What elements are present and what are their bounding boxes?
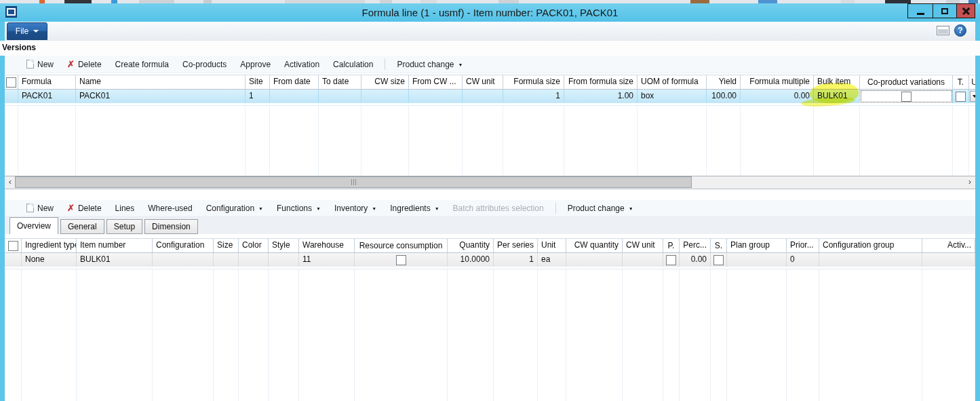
versions-column-header-formula-multiple[interactable]: Formula multiple (741, 75, 814, 89)
lines-cell-size[interactable] (214, 253, 239, 267)
versions-row[interactable]: PACK01PACK01111.00box100.000.00BULK01 (5, 90, 975, 103)
select-all-checkbox[interactable] (6, 77, 16, 88)
help-icon[interactable]: ? (954, 24, 966, 37)
lines-cell-style[interactable] (269, 253, 299, 267)
lines-cell-s[interactable] (711, 253, 727, 267)
lines-column-header-color[interactable]: Color (239, 239, 269, 252)
versions-cell-bulk-item[interactable]: BULK01 (814, 90, 860, 103)
versions-cell-from-formula-size[interactable]: 1.00 (564, 90, 638, 103)
lines-toolbar-new-button[interactable]: New (20, 202, 60, 214)
versions-toolbar-create-formula-button[interactable]: Create formula (109, 58, 176, 71)
versions-column-header-select[interactable] (5, 75, 18, 89)
lines-toolbar-product-change-button[interactable]: Product change▼ (561, 202, 640, 214)
versions-column-header-co-product-variations[interactable]: Co-product variations (860, 75, 953, 89)
lines-column-header-unit[interactable]: Unit (538, 239, 566, 252)
versions-column-header-u[interactable]: U (969, 75, 975, 89)
versions-cell-formula[interactable]: PACK01 (18, 90, 76, 103)
lines-cell-resource-consumption[interactable] (355, 253, 448, 267)
versions-column-header-from-date[interactable]: From date (270, 75, 319, 89)
lines-cell-ingredient-type[interactable]: None (22, 253, 77, 267)
lines-cell-p[interactable] (663, 253, 680, 267)
versions-toolbar-product-change-button[interactable]: Product change▼ (390, 58, 469, 71)
versions-column-header-bulk-item[interactable]: Bulk item (814, 75, 860, 89)
versions-column-header-from-formula-size[interactable]: From formula size (564, 75, 638, 89)
versions-cell-co-product-variations[interactable] (860, 90, 953, 103)
versions-cell-name[interactable]: PACK01 (76, 90, 246, 103)
lines-column-header-ingredient-type[interactable]: Ingredient type (22, 239, 77, 252)
lines-row[interactable]: NoneBULK011110.00001ea0.000 (5, 253, 975, 267)
versions-column-header-name[interactable]: Name (76, 75, 246, 89)
close-button[interactable] (956, 3, 975, 18)
lines-column-header-style[interactable]: Style (269, 239, 299, 252)
versions-column-header-formula-size[interactable]: Formula size (503, 75, 564, 89)
lines-cell-perc[interactable]: 0.00 (680, 253, 711, 267)
p-checkbox[interactable] (666, 255, 676, 265)
versions-cell-from-cw[interactable] (409, 90, 463, 103)
lines-column-header-configuration-group[interactable]: Configuration group (819, 239, 922, 252)
versions-column-header-yield[interactable]: Yield (707, 75, 741, 89)
versions-column-header-uom-of-formula[interactable]: UOM of formula (638, 75, 707, 89)
lines-toolbar-inventory-button[interactable]: Inventory▼ (328, 202, 383, 214)
versions-cell-yield[interactable]: 100.00 (707, 90, 741, 103)
versions-cell-t[interactable] (953, 90, 969, 103)
lines-column-header-warehouse[interactable]: Warehouse (299, 239, 355, 252)
t-checkbox[interactable] (956, 92, 966, 102)
versions-cell-formula-multiple[interactable]: 0.00 (741, 90, 814, 103)
lines-column-header-resource-consumption[interactable]: Resource consumption (355, 239, 448, 252)
lines-cell-warehouse[interactable]: 11 (299, 253, 355, 267)
versions-toolbar-delete-button[interactable]: ✗Delete (60, 58, 109, 71)
versions-column-header-from-cw[interactable]: From CW ... (409, 75, 463, 89)
lines-cell-prior[interactable]: 0 (787, 253, 819, 267)
resource-consumption-checkbox[interactable] (396, 255, 406, 265)
tab-dimension[interactable]: Dimension (144, 219, 198, 234)
versions-cell-select[interactable] (5, 90, 18, 103)
lines-column-header-s[interactable]: S. (711, 239, 727, 252)
scrollbar-thumb[interactable] (15, 176, 692, 188)
versions-toolbar-new-button[interactable]: New (20, 58, 60, 71)
versions-toolbar-activation-button[interactable]: Activation (277, 58, 326, 71)
minimize-button[interactable] (907, 3, 933, 18)
lines-cell-active[interactable] (922, 253, 975, 267)
lines-column-header-active[interactable]: Activ... (922, 239, 975, 252)
lines-column-header-configuration[interactable]: Configuration (153, 239, 214, 252)
lines-toolbar-where-used-button[interactable]: Where-used (141, 202, 199, 214)
lines-column-header-plan-group[interactable]: Plan group (727, 239, 787, 252)
versions-column-header-formula[interactable]: Formula (18, 75, 76, 89)
lines-cell-per-series[interactable]: 1 (494, 253, 538, 267)
lines-toolbar-configuration-button[interactable]: Configuration▼ (199, 202, 270, 214)
co-product-variations-checkbox[interactable] (901, 92, 912, 102)
versions-column-header-to-date[interactable]: To date (319, 75, 361, 89)
lines-cell-configuration-group[interactable] (819, 253, 922, 267)
s-checkbox[interactable] (713, 255, 724, 265)
scroll-right-button[interactable]: › (964, 177, 975, 187)
lines-cell-unit[interactable]: ea (538, 253, 566, 267)
lines-cell-item-number[interactable]: BULK01 (77, 253, 153, 267)
lines-column-header-per-series[interactable]: Per series (494, 239, 538, 252)
versions-cell-uom-of-formula[interactable]: box (638, 90, 707, 103)
u-dropdown-button[interactable] (970, 91, 976, 102)
lines-cell-quantity[interactable]: 10.0000 (448, 253, 494, 267)
lines-toolbar-ingredients-button[interactable]: Ingredients▼ (383, 202, 446, 214)
lines-column-header-cw-quantity[interactable]: CW quantity (566, 239, 623, 252)
tab-general[interactable]: General (60, 219, 104, 234)
lines-cell-cw-quantity[interactable] (566, 253, 623, 267)
lines-column-header-select[interactable] (5, 239, 22, 252)
scroll-left-button[interactable]: ‹ (5, 177, 16, 187)
lines-cell-select[interactable] (5, 253, 22, 267)
versions-column-header-site[interactable]: Site (246, 75, 270, 89)
lines-cell-configuration[interactable] (153, 253, 214, 267)
tab-overview[interactable]: Overview (9, 217, 58, 234)
lines-column-header-p[interactable]: P. (663, 239, 680, 252)
file-menu-button[interactable]: File (7, 22, 47, 40)
lines-column-header-size[interactable]: Size (214, 239, 239, 252)
lines-cell-cw-unit[interactable] (623, 253, 663, 267)
lines-column-header-prior[interactable]: Prior... (787, 239, 819, 252)
versions-toolbar-co-products-button[interactable]: Co-products (176, 58, 233, 71)
versions-cell-cw-size[interactable] (361, 90, 409, 103)
versions-cell-to-date[interactable] (319, 90, 361, 103)
lines-column-header-cw-unit[interactable]: CW unit (623, 239, 663, 252)
versions-cell-formula-size[interactable]: 1 (503, 90, 564, 103)
lines-column-header-quantity[interactable]: Quantity (448, 239, 494, 252)
lines-column-header-perc[interactable]: Perc... (680, 239, 711, 252)
lines-toolbar-delete-button[interactable]: ✗Delete (60, 202, 109, 214)
